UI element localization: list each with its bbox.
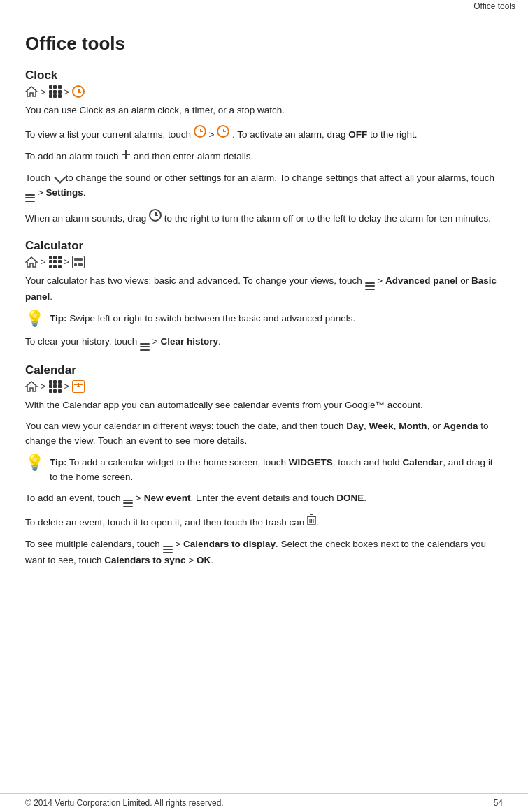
copyright: © 2014 Vertu Corporation Limited. All ri… <box>25 798 224 808</box>
week-label: Week <box>369 421 394 431</box>
header-title: Office tools <box>473 1 515 11</box>
calendars-sync-label: Calendars to sync <box>104 555 185 565</box>
menu-icon-inline <box>25 194 35 202</box>
apps-grid-icon-calc <box>49 256 62 268</box>
clock-icon <box>72 85 85 98</box>
apps-grid-icon <box>49 85 62 98</box>
calendar-p3: To add an event, touch > New event. Ente… <box>25 491 503 507</box>
calculator-section-title: Calculator <box>25 239 503 253</box>
calendar-section-title: Calendar <box>25 363 503 377</box>
calc-nav-arrow-1: > <box>41 256 46 267</box>
apps-grid-icon-cal <box>49 380 62 393</box>
done-label: DONE <box>336 493 364 503</box>
calendar-p4: To delete an event, touch it to open it,… <box>25 514 503 530</box>
menu-icon-calc <box>365 282 375 290</box>
new-event-label: New event <box>144 493 191 503</box>
tip-bulb-icon: 💡 <box>25 310 44 328</box>
calendars-display-label: Calendars to display <box>183 539 276 549</box>
calendar-nav-row: > > 1 <box>25 380 503 393</box>
calculator-nav-row: > > <box>25 256 503 268</box>
menu-icon-calc2 <box>140 343 150 351</box>
trash-icon <box>307 514 316 525</box>
clock-p5: When an alarm sounds, drag to the right … <box>25 209 503 226</box>
widgets-label: WIDGETS <box>289 457 333 467</box>
nav-arrow-2: > <box>64 87 70 97</box>
calc-nav-arrow-2: > <box>64 256 70 267</box>
clock-inline-icon <box>194 125 206 138</box>
page-title: Office tools <box>25 33 503 55</box>
calendar-p2: You can view your calendar in different … <box>25 419 503 449</box>
page-number: 54 <box>494 798 503 808</box>
calendar-p1: With the Calendar app you can automatica… <box>25 398 503 413</box>
calendar-p5: To see multiple calendars, touch > Calen… <box>25 537 503 568</box>
clock-p2: To view a list your current alarms, touc… <box>25 125 503 143</box>
clock-inline-icon2 <box>217 125 229 138</box>
chevron-down-icon <box>53 175 63 181</box>
clock-p1: You can use Clock as an alarm clock, a t… <box>25 103 503 118</box>
home-icon-calc <box>25 256 38 268</box>
calculator-icon <box>72 256 85 268</box>
day-label: Day <box>346 421 364 431</box>
header-bar: Office tools <box>0 0 528 13</box>
clear-history-label: Clear history <box>160 336 218 347</box>
calculator-section: Calculator > > <box>25 239 503 351</box>
home-icon-cal <box>25 381 38 392</box>
home-icon <box>25 86 38 97</box>
footer: © 2014 Vertu Corporation Limited. All ri… <box>0 793 528 812</box>
calculator-tip: 💡 Tip: Swipe left or right to switch bet… <box>25 312 503 328</box>
plus-icon <box>121 150 131 159</box>
main-content: Office tools Clock > > <box>0 13 528 617</box>
calendar-tip-text: Tip: To add a calendar widget to the hom… <box>50 456 503 484</box>
clock-p4: Touch to change the sound or other setti… <box>25 171 503 202</box>
month-label: Month <box>399 421 427 431</box>
tip-bulb-icon-cal: 💡 <box>25 454 44 472</box>
calculator-tip-text: Tip: Swipe left or right to switch betwe… <box>50 312 355 326</box>
tip-label-cal: Tip: <box>50 457 67 467</box>
calendar-tip: 💡 Tip: To add a calendar widget to the h… <box>25 456 503 484</box>
nav-arrow-1: > <box>41 87 46 97</box>
calendar-icon: 1 <box>72 380 85 393</box>
calendar-hold-label: Calendar <box>403 457 443 467</box>
agenda-label: Agenda <box>443 421 478 431</box>
off-label: OFF <box>348 129 367 140</box>
clock-section-title: Clock <box>25 68 503 82</box>
alarm-icon-inline <box>149 209 162 222</box>
settings-label: Settings <box>45 187 83 198</box>
clock-section: Clock > > You can use Clock as <box>25 68 503 226</box>
menu-icon-cal2 <box>163 546 173 553</box>
calculator-tip-body: Swipe left or right to switch between th… <box>69 313 355 324</box>
tip-label-calc: Tip: <box>50 313 67 324</box>
menu-icon-cal <box>123 500 133 507</box>
calendar-section: Calendar > > 1 <box>25 363 503 568</box>
clock-p3: To add an alarm touch and then enter ala… <box>25 150 503 164</box>
calculator-p1: Your calculator has two views: basic and… <box>25 274 503 305</box>
cal-nav-arrow-2: > <box>64 381 70 391</box>
clock-nav-row: > > <box>25 85 503 98</box>
cal-nav-arrow-1: > <box>41 381 46 391</box>
calculator-p2: To clear your history, touch > Clear his… <box>25 335 503 351</box>
advanced-panel-label: Advanced panel <box>385 275 458 286</box>
ok-label: OK <box>197 555 211 565</box>
